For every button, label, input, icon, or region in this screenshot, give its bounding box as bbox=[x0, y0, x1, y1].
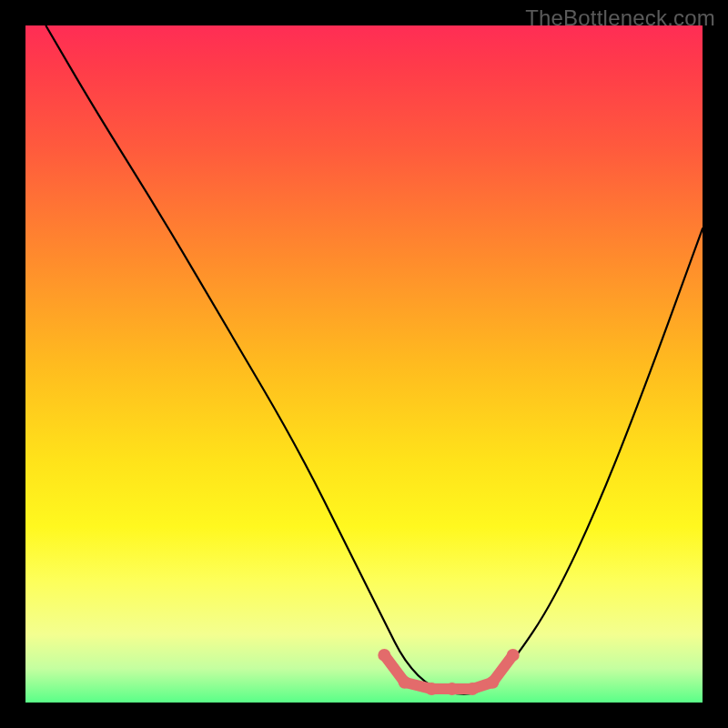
marker-dot bbox=[425, 682, 438, 695]
performance-curve bbox=[46, 25, 703, 694]
marker-dot bbox=[466, 682, 479, 695]
bottom-marker-band bbox=[378, 649, 519, 695]
marker-dot bbox=[507, 649, 520, 662]
marker-dot bbox=[486, 676, 499, 689]
marker-dot bbox=[399, 676, 411, 689]
plot-area bbox=[25, 25, 703, 703]
watermark-text: TheBottleneck.com bbox=[525, 5, 715, 31]
marker-dot bbox=[446, 682, 459, 695]
chart-frame: TheBottleneck.com bbox=[0, 0, 728, 728]
marker-dot bbox=[378, 649, 390, 662]
plot-svg bbox=[25, 25, 703, 703]
